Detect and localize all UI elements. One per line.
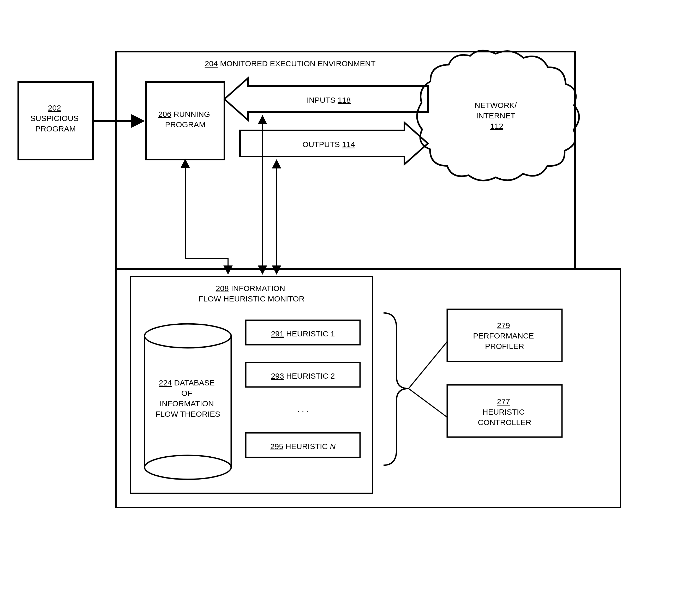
outputs-label: OUTPUTS 114	[302, 140, 355, 149]
brace	[383, 313, 408, 465]
controller-label: 277 HEURISTIC CONTROLLER	[478, 397, 531, 427]
suspicious-program-label: 202 SUSPICIOUS PROGRAM	[30, 104, 81, 133]
monitor-label: 208 INFORMATION FLOW HEURISTIC MONITOR	[199, 284, 304, 303]
database-label: 224 DATABASE OF INFORMATION FLOW THEORIE…	[155, 379, 220, 418]
brace-to-controller	[408, 389, 447, 417]
profiler-label: 279 PERFORMANCE PROFILER	[473, 321, 536, 350]
heuristic-1-label: 291 HEURISTIC 1	[271, 329, 335, 338]
inputs-label: INPUTS 118	[307, 96, 351, 104]
brace-to-profiler	[408, 342, 447, 389]
heuristic-n-label: 295 HEURISTIC N	[270, 442, 335, 451]
diagram-root: 204 MONITORED EXECUTION ENVIRONMENT 202 …	[0, 0, 700, 599]
env-title: 204 MONITORED EXECUTION ENVIRONMENT	[205, 59, 376, 68]
running-program-label: 206 RUNNING PROGRAM	[158, 110, 212, 129]
network-label: NETWORK/ INTERNET 112	[475, 101, 519, 130]
lower-container	[116, 269, 620, 507]
heuristic-ellipsis: . . .	[297, 405, 308, 414]
svg-point-0	[145, 324, 231, 348]
heuristic-2-label: 293 HEURISTIC 2	[271, 372, 335, 380]
